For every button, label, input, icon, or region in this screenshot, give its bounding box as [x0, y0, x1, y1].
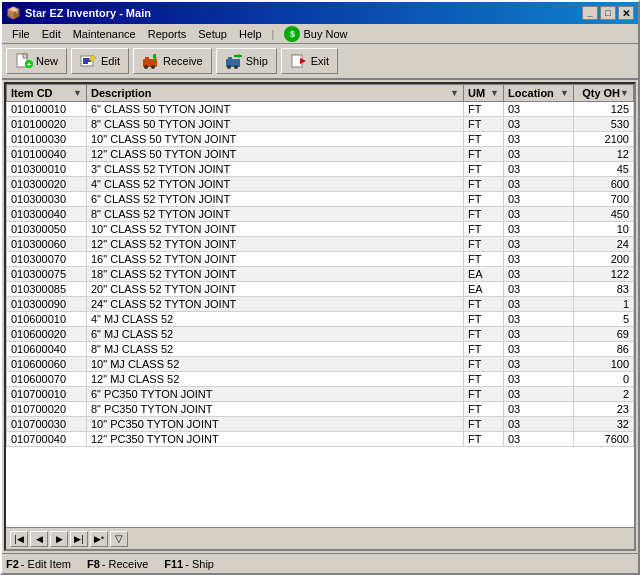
cell-item-cd: 010600070 — [7, 372, 87, 387]
qty-oh-sort-arrow: ▼ — [620, 88, 629, 98]
col-header-um[interactable]: UM ▼ — [464, 85, 504, 102]
col-header-description[interactable]: Description ▼ — [87, 85, 464, 102]
new-record-button[interactable]: ▶* — [90, 531, 108, 547]
table-row[interactable]: 010300075 18" CLASS 52 TYTON JOINT EA 03… — [7, 267, 634, 282]
table-row[interactable]: 010300060 12" CLASS 52 TYTON JOINT FT 03… — [7, 237, 634, 252]
cell-qty-oh: 86 — [574, 342, 634, 357]
col-header-qty-oh[interactable]: Qty OH ▼ — [574, 85, 634, 102]
menu-maintenance[interactable]: Maintenance — [67, 26, 142, 42]
cell-qty-oh: 600 — [574, 177, 634, 192]
cell-description: 12" CLASS 52 TYTON JOINT — [87, 237, 464, 252]
cell-um: FT — [464, 207, 504, 222]
col-header-item-cd[interactable]: Item CD ▼ — [7, 85, 87, 102]
cell-location: 03 — [504, 207, 574, 222]
table-row[interactable]: 010300020 4" CLASS 52 TYTON JOINT FT 03 … — [7, 177, 634, 192]
cell-location: 03 — [504, 132, 574, 147]
cell-um: FT — [464, 387, 504, 402]
table-scroll[interactable]: Item CD ▼ Description ▼ — [6, 84, 634, 527]
cell-description: 12" MJ CLASS 52 — [87, 372, 464, 387]
cell-description: 20" CLASS 52 TYTON JOINT — [87, 282, 464, 297]
table-row[interactable]: 010100010 6" CLASS 50 TYTON JOINT FT 03 … — [7, 102, 634, 117]
table-row[interactable]: 010300030 6" CLASS 52 TYTON JOINT FT 03 … — [7, 192, 634, 207]
cell-qty-oh: 7600 — [574, 432, 634, 447]
menu-setup[interactable]: Setup — [192, 26, 233, 42]
status-f11: F11 - Ship — [164, 558, 214, 570]
f8-label: - Receive — [102, 558, 148, 570]
cell-um: FT — [464, 237, 504, 252]
table-row[interactable]: 010300050 10" CLASS 52 TYTON JOINT FT 03… — [7, 222, 634, 237]
menu-file[interactable]: File — [6, 26, 36, 42]
table-row[interactable]: 010700020 8" PC350 TYTON JOINT FT 03 23 — [7, 402, 634, 417]
table-row[interactable]: 010700010 6" PC350 TYTON JOINT FT 03 2 — [7, 387, 634, 402]
description-sort-arrow: ▼ — [450, 88, 459, 98]
cell-qty-oh: 45 — [574, 162, 634, 177]
next-record-button[interactable]: ▶ — [50, 531, 68, 547]
f2-key: F2 — [6, 558, 19, 570]
maximize-button[interactable]: □ — [600, 6, 616, 20]
cell-um: FT — [464, 372, 504, 387]
cell-item-cd: 010100040 — [7, 147, 87, 162]
receive-label: Receive — [163, 55, 203, 67]
cell-location: 03 — [504, 267, 574, 282]
table-row[interactable]: 010100030 10" CLASS 50 TYTON JOINT FT 03… — [7, 132, 634, 147]
filter-button[interactable]: ▽ — [110, 531, 128, 547]
exit-button[interactable]: Exit — [281, 48, 338, 74]
col-header-location[interactable]: Location ▼ — [504, 85, 574, 102]
menu-buy-now[interactable]: $ Buy Now — [278, 25, 353, 43]
cell-item-cd: 010300090 — [7, 297, 87, 312]
menu-help[interactable]: Help — [233, 26, 268, 42]
table-row[interactable]: 010300010 3" CLASS 52 TYTON JOINT FT 03 … — [7, 162, 634, 177]
f11-key: F11 — [164, 558, 183, 570]
table-row[interactable]: 010600020 6" MJ CLASS 52 FT 03 69 — [7, 327, 634, 342]
cell-qty-oh: 1 — [574, 297, 634, 312]
menu-reports[interactable]: Reports — [142, 26, 193, 42]
table-row[interactable]: 010700040 12" PC350 TYTON JOINT FT 03 76… — [7, 432, 634, 447]
table-row[interactable]: 010600010 4" MJ CLASS 52 FT 03 5 — [7, 312, 634, 327]
cell-location: 03 — [504, 177, 574, 192]
new-button[interactable]: + New — [6, 48, 67, 74]
last-record-button[interactable]: ▶| — [70, 531, 88, 547]
table-row[interactable]: 010100040 12" CLASS 50 TYTON JOINT FT 03… — [7, 147, 634, 162]
cell-description: 24" CLASS 52 TYTON JOINT — [87, 297, 464, 312]
cell-um: FT — [464, 312, 504, 327]
prev-record-button[interactable]: ◀ — [30, 531, 48, 547]
ship-button[interactable]: Ship — [216, 48, 277, 74]
title-controls: _ □ ✕ — [582, 6, 634, 20]
table-row[interactable]: 010300090 24" CLASS 52 TYTON JOINT FT 03… — [7, 297, 634, 312]
cell-location: 03 — [504, 282, 574, 297]
cell-um: FT — [464, 132, 504, 147]
close-button[interactable]: ✕ — [618, 6, 634, 20]
title-bar: 📦 Star EZ Inventory - Main _ □ ✕ — [2, 2, 638, 24]
cell-item-cd: 010300075 — [7, 267, 87, 282]
f8-key: F8 — [87, 558, 100, 570]
cell-description: 18" CLASS 52 TYTON JOINT — [87, 267, 464, 282]
cell-qty-oh: 5 — [574, 312, 634, 327]
receive-button[interactable]: Receive — [133, 48, 212, 74]
table-row[interactable]: 010300085 20" CLASS 52 TYTON JOINT EA 03… — [7, 282, 634, 297]
svg-rect-1 — [23, 54, 27, 58]
cell-qty-oh: 2 — [574, 387, 634, 402]
table-row[interactable]: 010700030 10" PC350 TYTON JOINT FT 03 32 — [7, 417, 634, 432]
exit-label: Exit — [311, 55, 329, 67]
table-row[interactable]: 010300040 8" CLASS 52 TYTON JOINT FT 03 … — [7, 207, 634, 222]
table-row[interactable]: 010300070 16" CLASS 52 TYTON JOINT FT 03… — [7, 252, 634, 267]
table-row[interactable]: 010600060 10" MJ CLASS 52 FT 03 100 — [7, 357, 634, 372]
cell-location: 03 — [504, 342, 574, 357]
svg-point-18 — [234, 65, 238, 69]
table-row[interactable]: 010100020 8" CLASS 50 TYTON JOINT FT 03 … — [7, 117, 634, 132]
cell-qty-oh: 24 — [574, 237, 634, 252]
cell-um: FT — [464, 222, 504, 237]
cell-um: FT — [464, 432, 504, 447]
cell-description: 8" CLASS 50 TYTON JOINT — [87, 117, 464, 132]
cell-description: 6" CLASS 50 TYTON JOINT — [87, 102, 464, 117]
cell-location: 03 — [504, 192, 574, 207]
new-label: New — [36, 55, 58, 67]
table-row[interactable]: 010600070 12" MJ CLASS 52 FT 03 0 — [7, 372, 634, 387]
app-icon: 📦 — [6, 6, 21, 20]
first-record-button[interactable]: |◀ — [10, 531, 28, 547]
menu-edit[interactable]: Edit — [36, 26, 67, 42]
table-row[interactable]: 010600040 8" MJ CLASS 52 FT 03 86 — [7, 342, 634, 357]
minimize-button[interactable]: _ — [582, 6, 598, 20]
edit-button[interactable]: Edit — [71, 48, 129, 74]
cell-qty-oh: 450 — [574, 207, 634, 222]
